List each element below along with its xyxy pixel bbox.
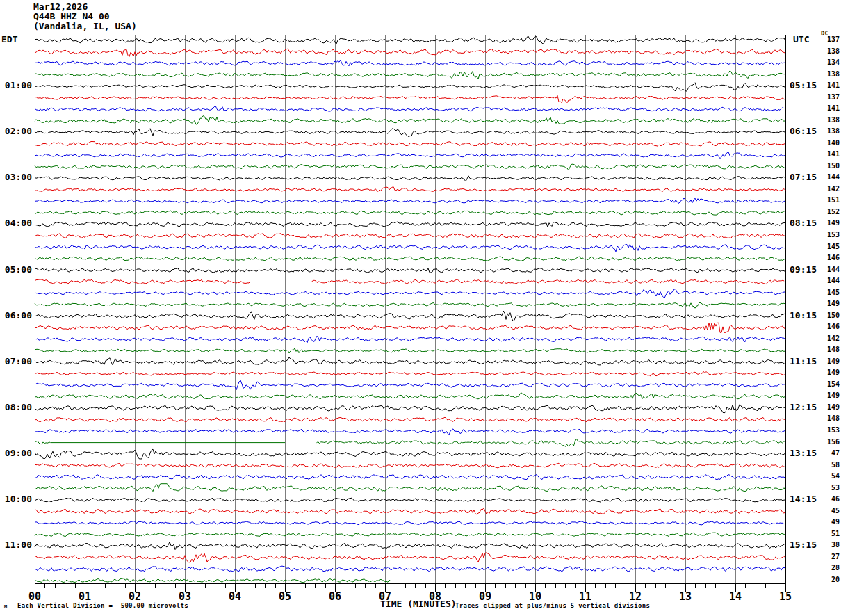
dc-value: 144	[819, 174, 840, 181]
trace-row-22	[35, 289, 785, 298]
edt-hour-label: 06:00	[0, 311, 32, 321]
dc-value: 138	[819, 48, 840, 56]
trace-segment	[35, 533, 785, 537]
trace-segment	[35, 187, 785, 192]
trace-row-15	[35, 211, 785, 215]
dc-value: 134	[819, 59, 840, 67]
trace-segment	[35, 71, 785, 79]
trace-segment	[35, 176, 785, 181]
edt-hour-label: 10:00	[0, 494, 32, 504]
dc-value: 145	[819, 289, 840, 297]
trace-row-17	[35, 234, 785, 238]
dc-value: 142	[819, 335, 840, 343]
trace-row-26	[35, 336, 785, 343]
utc-hour-label: 06:15	[790, 127, 817, 136]
edt-hour-label: 04:00	[0, 218, 32, 228]
utc-hour-label: 15:15	[790, 540, 817, 550]
utc-hour-label: 13:15	[790, 448, 817, 458]
trace-segment	[35, 380, 785, 390]
utc-hour-label: 11:15	[790, 357, 817, 366]
x-tick-label: 00	[24, 592, 46, 603]
x-tick-label: 04	[224, 592, 246, 603]
trace-segment	[35, 371, 785, 376]
trace-segment	[35, 553, 785, 562]
trace-row-11	[35, 164, 785, 170]
trace-segment	[35, 521, 785, 525]
trace-segment	[35, 405, 785, 413]
trace-segment	[35, 289, 785, 298]
x-tick-label: 09	[474, 592, 496, 603]
x-tick-label: 10	[524, 592, 546, 603]
trace-row-21	[35, 279, 784, 284]
trace-segment	[35, 578, 391, 583]
edt-hour-label: 11:00	[0, 540, 32, 550]
trace-row-29	[35, 371, 785, 376]
trace-segment	[35, 302, 785, 308]
trace-segment	[35, 475, 785, 480]
trace-row-10	[35, 152, 785, 159]
footer-left-glyph: M	[4, 605, 7, 610]
dc-value: 45	[819, 508, 840, 515]
trace-segment	[35, 164, 785, 170]
trace-row-33	[35, 417, 785, 422]
x-tick-label: 01	[74, 592, 96, 603]
trace-row-18	[35, 245, 785, 252]
trace-segment	[35, 393, 785, 399]
trace-segment	[35, 441, 50, 444]
trace-row-27	[35, 348, 785, 353]
dc-value: 149	[819, 220, 840, 227]
dc-value: 138	[819, 128, 840, 136]
trace-segment	[35, 357, 785, 365]
trace-segment	[35, 257, 785, 261]
trace-row-39	[35, 484, 785, 492]
dc-value: 47	[819, 450, 840, 457]
footer-clip-note: Traces clipped at plus/minus 5 vertical …	[455, 603, 650, 609]
dc-value: 154	[819, 381, 840, 389]
trace-segment	[35, 211, 785, 215]
trace-row-35	[35, 439, 785, 446]
edt-hour-label: 02:00	[0, 127, 32, 136]
x-tick-label: 05	[274, 592, 296, 603]
trace-row-34	[35, 429, 785, 435]
edt-hour-label: 05:00	[0, 265, 32, 275]
utc-hour-label: 08:15	[790, 218, 817, 228]
dc-value: 149	[819, 392, 840, 400]
trace-row-40	[35, 498, 785, 502]
dc-value: 146	[819, 254, 840, 262]
utc-hour-label: 05:15	[790, 81, 817, 90]
dc-value: 141	[819, 151, 840, 159]
dc-value: 153	[819, 427, 840, 435]
trace-row-16	[35, 222, 785, 227]
trace-row-46	[35, 566, 785, 572]
trace-row-24	[35, 311, 785, 321]
trace-row-44	[35, 542, 785, 550]
trace-segment	[35, 95, 785, 102]
dc-value: 144	[819, 277, 840, 285]
utc-hour-label: 07:15	[790, 172, 817, 182]
trace-segment	[35, 279, 250, 284]
utc-hour-label: 09:15	[790, 265, 817, 275]
trace-row-36	[35, 449, 785, 459]
footer-scale-note: Each Vertical Division = 500.00 microvol…	[17, 603, 188, 609]
trace-row-43	[35, 533, 785, 537]
trace-row-9	[35, 141, 785, 146]
trace-segment	[35, 198, 785, 203]
trace-row-8	[35, 129, 785, 137]
dc-value: 146	[819, 323, 840, 331]
trace-segment	[35, 498, 785, 502]
dc-value: 54	[819, 473, 840, 480]
trace-row-1	[35, 49, 785, 56]
trace-row-37	[35, 463, 785, 468]
trace-row-4	[35, 83, 785, 91]
trace-row-31	[35, 393, 785, 399]
dc-value: 141	[819, 105, 840, 113]
trace-row-2	[35, 60, 785, 66]
dc-value: 28	[819, 565, 840, 572]
edt-hour-label: 03:00	[0, 172, 32, 182]
dc-value: 38	[819, 542, 840, 549]
edt-hour-label: 08:00	[0, 403, 32, 412]
edt-hour-label: 09:00	[0, 448, 32, 458]
dc-value: 49	[819, 519, 840, 526]
trace-row-28	[35, 357, 785, 365]
trace-row-5	[35, 95, 785, 102]
